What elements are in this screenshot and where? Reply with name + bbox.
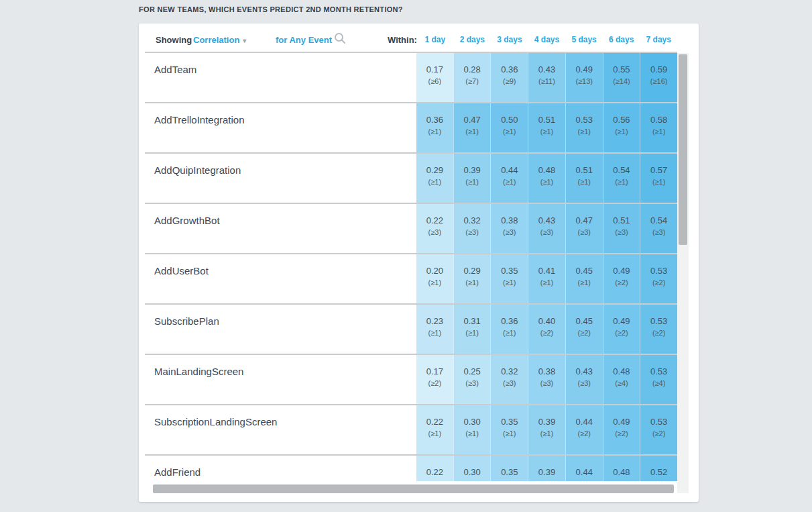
correlation-cell[interactable]: 0.49(≥2): [603, 254, 640, 303]
correlation-cell[interactable]: 0.39(≥1): [528, 405, 565, 454]
correlation-cell[interactable]: 0.53(≥4): [640, 355, 677, 404]
event-count-threshold: (≥1): [566, 177, 603, 187]
window-header[interactable]: 4 days: [528, 35, 566, 44]
window-header[interactable]: 1 day: [416, 35, 454, 44]
metric-dropdown[interactable]: Correlation▾: [193, 35, 246, 45]
correlation-cell[interactable]: 0.38(≥3): [490, 204, 528, 253]
correlation-cell[interactable]: 0.50(≥1): [490, 103, 528, 152]
correlation-cell[interactable]: 0.40(≥2): [528, 305, 565, 354]
correlation-cell[interactable]: 0.49(≥2): [603, 305, 640, 354]
correlation-cell[interactable]: 0.54(≥1): [603, 154, 640, 203]
correlation-cell[interactable]: 0.22(≥3): [416, 204, 453, 253]
vertical-scrollbar-thumb[interactable]: [679, 54, 687, 245]
event-count-threshold: (≥1): [603, 127, 640, 137]
correlation-cell[interactable]: 0.45(≥2): [565, 305, 603, 354]
event-filter-link[interactable]: for Any Event: [276, 35, 332, 45]
correlation-cell[interactable]: 0.54(≥3): [640, 204, 677, 253]
correlation-cell[interactable]: 0.48(≥1): [528, 154, 565, 203]
correlation-cell[interactable]: 0.25(≥3): [453, 355, 491, 404]
event-count-threshold: (≥11): [528, 76, 565, 87]
correlation-value: 0.39: [528, 417, 565, 427]
table-row: AddUserBot0.20(≥1)0.29(≥1)0.35(≥1)0.41(≥…: [145, 254, 677, 305]
correlation-cell[interactable]: 0.28(≥7): [453, 53, 491, 102]
correlation-cell[interactable]: 0.23(≥1): [416, 305, 453, 354]
correlation-cell[interactable]: 0.47(≥1): [453, 103, 491, 152]
correlation-cell[interactable]: 0.22(≥1): [416, 405, 453, 454]
correlation-cell[interactable]: 0.51(≥1): [528, 103, 565, 152]
correlation-cell[interactable]: 0.32(≥3): [453, 204, 491, 253]
correlation-cell[interactable]: 0.48: [603, 456, 640, 481]
correlation-cell[interactable]: 0.39: [528, 456, 565, 481]
correlation-cell[interactable]: 0.29(≥1): [453, 254, 491, 303]
window-headers: 1 day2 days3 days4 days5 days6 days7 day…: [416, 35, 677, 44]
correlation-cell[interactable]: 0.59(≥16): [640, 53, 677, 102]
correlation-cell[interactable]: 0.45(≥1): [565, 254, 603, 303]
correlation-value: 0.29: [416, 165, 453, 176]
correlation-cell[interactable]: 0.47(≥3): [565, 204, 603, 253]
correlation-cell[interactable]: 0.44(≥2): [565, 405, 603, 454]
correlation-cell[interactable]: 0.57(≥1): [640, 154, 677, 203]
correlation-cell[interactable]: 0.43(≥3): [528, 204, 565, 253]
correlation-value: 0.43: [566, 366, 603, 377]
event-count-threshold: (≥1): [416, 177, 453, 187]
window-header[interactable]: 3 days: [491, 35, 528, 44]
correlation-cell[interactable]: 0.53(≥2): [640, 254, 677, 303]
search-icon[interactable]: [334, 32, 346, 44]
correlation-cell[interactable]: 0.36(≥1): [490, 305, 528, 354]
window-header[interactable]: 6 days: [603, 35, 640, 44]
correlation-cell[interactable]: 0.20(≥1): [416, 254, 453, 303]
correlation-cell[interactable]: 0.30: [453, 456, 491, 481]
correlation-cell[interactable]: 0.58(≥1): [640, 103, 677, 152]
window-header[interactable]: 2 days: [454, 35, 491, 44]
correlation-cell[interactable]: 0.49(≥2): [603, 405, 640, 454]
correlation-cell[interactable]: 0.53(≥2): [640, 305, 677, 354]
correlation-cell[interactable]: 0.53(≥1): [565, 103, 603, 152]
correlation-value: 0.39: [454, 165, 491, 176]
correlation-cell[interactable]: 0.43(≥3): [565, 355, 603, 404]
correlation-cell[interactable]: 0.36(≥1): [416, 103, 453, 152]
correlation-cell[interactable]: 0.51(≥1): [565, 154, 603, 203]
correlation-value: 0.59: [640, 64, 677, 75]
event-name: SubscriptionLandingScreen: [154, 416, 277, 427]
correlation-cell[interactable]: 0.41(≥1): [528, 254, 565, 303]
vertical-scrollbar[interactable]: [677, 53, 689, 493]
correlation-cell[interactable]: 0.49(≥13): [565, 53, 603, 102]
correlation-cell[interactable]: 0.39(≥1): [453, 154, 491, 203]
window-header[interactable]: 7 days: [640, 35, 677, 44]
correlation-cell[interactable]: 0.48(≥4): [603, 355, 640, 404]
correlation-cell[interactable]: 0.53(≥2): [640, 405, 677, 454]
event-name: SubscribePlan: [154, 315, 219, 327]
correlation-cell[interactable]: 0.30(≥1): [453, 405, 491, 454]
correlation-value: 0.58: [640, 115, 677, 125]
correlation-value: 0.28: [454, 64, 491, 75]
correlation-cell[interactable]: 0.43(≥11): [528, 53, 565, 102]
correlation-value: 0.29: [454, 266, 491, 276]
correlation-value: 0.47: [454, 115, 491, 125]
horizontal-scrollbar[interactable]: [153, 484, 674, 493]
event-count-threshold: (≥1): [566, 127, 603, 137]
correlation-cell[interactable]: 0.44(≥1): [490, 154, 528, 203]
correlation-cell[interactable]: 0.31(≥1): [453, 305, 491, 354]
correlation-cell[interactable]: 0.35(≥1): [490, 254, 528, 303]
event-count-threshold: (≥14): [603, 76, 640, 87]
correlation-cell[interactable]: 0.17(≥2): [416, 355, 453, 404]
correlation-cell[interactable]: 0.29(≥1): [416, 154, 453, 203]
event-count-threshold: (≥2): [640, 328, 677, 338]
correlation-cell[interactable]: 0.51(≥3): [603, 204, 640, 253]
correlation-cell[interactable]: 0.56(≥1): [603, 103, 640, 152]
correlation-cell[interactable]: 0.36(≥9): [490, 53, 528, 102]
correlation-value: 0.23: [416, 316, 453, 327]
correlation-cell[interactable]: 0.55(≥14): [603, 53, 640, 102]
window-header[interactable]: 5 days: [565, 35, 603, 44]
correlation-cell[interactable]: 0.32(≥3): [490, 355, 528, 404]
table-row: AddTeam0.17(≥6)0.28(≥7)0.36(≥9)0.43(≥11)…: [145, 53, 677, 103]
correlation-cell[interactable]: 0.22: [416, 456, 453, 481]
correlation-cell[interactable]: 0.17(≥6): [416, 53, 453, 102]
correlation-cell[interactable]: 0.35(≥1): [490, 405, 528, 454]
correlation-cell[interactable]: 0.52: [640, 456, 677, 481]
correlation-value: 0.54: [603, 165, 640, 176]
correlation-cell[interactable]: 0.38(≥3): [528, 355, 565, 404]
correlation-cell[interactable]: 0.44: [565, 456, 603, 481]
correlation-cell[interactable]: 0.35: [490, 456, 528, 481]
event-count-threshold: (≥1): [454, 278, 491, 288]
